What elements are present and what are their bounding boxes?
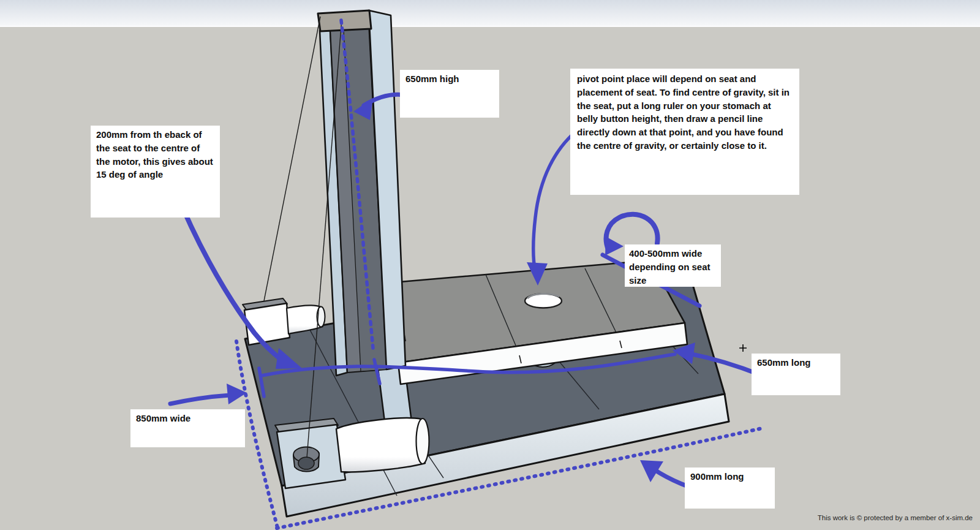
diagram-canvas: 650mm high 200mm from th eback of the se… [0, 0, 980, 530]
shaft-collar [293, 447, 319, 472]
note-base-width-850mm: 850mm wide [130, 409, 245, 447]
note-height-650mm: 650mm high [400, 70, 499, 118]
note-seat-width-400-500mm: 400-500mm wide depending on seat size [625, 244, 721, 287]
note-base-length-900mm: 900mm long [685, 468, 775, 509]
copyright-text: This work is © protected by a member of … [818, 514, 973, 521]
background-sky [0, 0, 980, 28]
note-seat-length-650mm: 650mm long [752, 354, 840, 395]
note-motor-offset-200mm: 200mm from th eback of the seat to the c… [91, 126, 220, 218]
note-pivot-point: pivot point place will depend on seat an… [570, 69, 799, 195]
